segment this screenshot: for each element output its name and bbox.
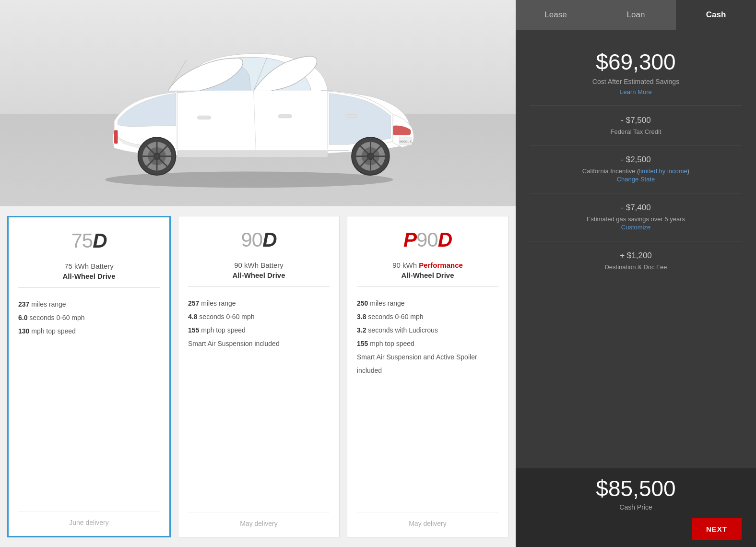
spec-range-75d: 237 miles range — [18, 297, 160, 311]
battery-75d: 75 kWh Battery — [18, 262, 160, 270]
model-cards-container: 75D 75 kWh Battery All-Wheel Drive 237 m… — [0, 206, 516, 547]
cash-price-label: Cash Price — [619, 503, 652, 511]
specs-90d: 257 miles range 4.8 seconds 0-60 mph 155… — [188, 297, 330, 505]
model-name-75d: 75D — [18, 229, 160, 252]
right-panel: Lease Loan Cash $69,300 Cost After Estim… — [516, 0, 756, 547]
spec-range-p90d: 250 miles range — [357, 297, 498, 310]
spec-range-90d: 257 miles range — [188, 297, 330, 310]
spec-suspension-90d: Smart Air Suspension included — [188, 337, 330, 350]
svg-rect-6 — [114, 130, 118, 143]
bottom-section: $85,500 Cash Price NEXT — [516, 468, 756, 547]
model-name-90d: 90D — [188, 228, 330, 251]
drive-75d: All-Wheel Drive — [18, 272, 160, 288]
cash-price: $85,500 — [596, 476, 675, 501]
california-incentive-label: California Incentive (limited by income) — [530, 167, 742, 175]
svg-rect-25 — [177, 150, 328, 157]
change-state-link[interactable]: Change State — [617, 176, 655, 183]
car-illustration: MODEL X — [78, 18, 438, 189]
spec-accel-75d: 6.0 seconds 0-60 mph — [18, 311, 160, 324]
tab-cash[interactable]: Cash — [676, 0, 756, 30]
federal-tax-credit-section: - $7,500 Federal Tax Credit — [530, 106, 742, 145]
spec-speed-p90d: 155 mph top speed — [357, 337, 498, 350]
tab-loan[interactable]: Loan — [596, 0, 676, 30]
svg-rect-28 — [345, 114, 356, 118]
drive-p90d: All-Wheel Drive — [357, 271, 498, 287]
main-layout: MODEL X — [0, 0, 756, 547]
svg-text:MODEL X: MODEL X — [399, 140, 411, 143]
specs-75d: 237 miles range 6.0 seconds 0-60 mph 130… — [18, 297, 160, 504]
model-card-p90d[interactable]: P90D 90 kWh Performance All-Wheel Drive … — [347, 216, 508, 537]
federal-tax-credit-label: Federal Tax Credit — [530, 128, 742, 135]
tab-lease[interactable]: Lease — [516, 0, 596, 30]
model-name-p90d: P90D — [357, 228, 498, 251]
california-incentive-section: - $2,500 California Incentive (limited b… — [530, 145, 742, 193]
gas-savings-amount: - $7,400 — [530, 203, 742, 213]
gas-savings-label: Estimated gas savings over 5 years — [530, 215, 742, 223]
spec-accel-90d: 4.8 seconds 0-60 mph — [188, 310, 330, 323]
federal-tax-credit-amount: - $7,500 — [530, 116, 742, 125]
pricing-panel: $69,300 Cost After Estimated Savings Lea… — [516, 30, 756, 468]
gas-savings-section: - $7,400 Estimated gas savings over 5 ye… — [530, 193, 742, 241]
spec-speed-75d: 130 mph top speed — [18, 324, 160, 338]
svg-rect-27 — [278, 114, 292, 118]
battery-90d: 90 kWh Battery — [188, 261, 330, 269]
delivery-75d: June delivery — [18, 511, 160, 526]
cost-after-savings-section: $69,300 Cost After Estimated Savings Lea… — [530, 39, 742, 106]
destination-fee-section: + $1,200 Destination & Doc Fee — [530, 241, 742, 280]
spec-suspension-p90d: Smart Air Suspension and Active Spoiler … — [357, 350, 498, 377]
limited-by-income-link[interactable]: limited by income — [639, 167, 687, 175]
svg-rect-26 — [197, 116, 211, 119]
car-image: MODEL X — [0, 0, 516, 206]
model-card-90d[interactable]: 90D 90 kWh Battery All-Wheel Drive 257 m… — [178, 216, 340, 537]
california-incentive-amount: - $2,500 — [530, 155, 742, 165]
cost-after-savings-label: Cost After Estimated Savings — [530, 78, 742, 85]
spec-ludicrous-p90d: 3.2 seconds with Ludicrous — [357, 323, 498, 337]
customize-link[interactable]: Customize — [621, 224, 650, 231]
battery-p90d: 90 kWh Performance — [357, 261, 498, 269]
spec-accel-p90d: 3.8 seconds 0-60 mph — [357, 310, 498, 323]
cost-after-savings-price: $69,300 — [530, 49, 742, 75]
left-panel: MODEL X — [0, 0, 516, 547]
specs-p90d: 250 miles range 3.8 seconds 0-60 mph 3.2… — [357, 297, 498, 505]
learn-more-link[interactable]: Learn More — [620, 88, 651, 95]
delivery-p90d: May delivery — [357, 512, 498, 527]
destination-fee-amount: + $1,200 — [530, 251, 742, 261]
spec-speed-90d: 155 mph top speed — [188, 323, 330, 337]
payment-tabs: Lease Loan Cash — [516, 0, 756, 30]
drive-90d: All-Wheel Drive — [188, 271, 330, 287]
svg-point-0 — [105, 172, 393, 188]
delivery-90d: May delivery — [188, 512, 330, 527]
destination-fee-label: Destination & Doc Fee — [530, 263, 742, 271]
model-card-75d[interactable]: 75D 75 kWh Battery All-Wheel Drive 237 m… — [7, 216, 171, 537]
next-button[interactable]: NEXT — [692, 518, 742, 540]
